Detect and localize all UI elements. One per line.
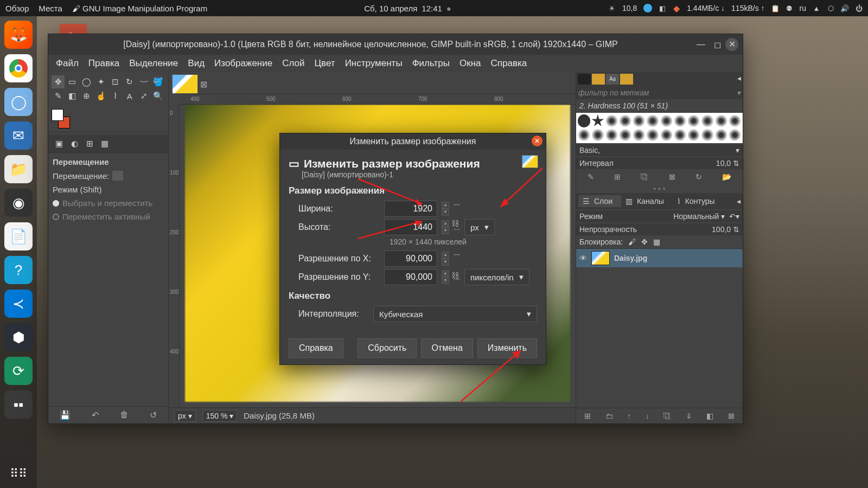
layer-mask-icon[interactable]: ◧ bbox=[706, 412, 713, 420]
tool-zoom[interactable]: 🔍 bbox=[152, 89, 165, 102]
accessibility-icon[interactable]: ⚉ bbox=[786, 4, 793, 12]
bluetooth-icon[interactable]: ⬡ bbox=[827, 4, 834, 12]
dialog-close-button[interactable]: ✕ bbox=[532, 136, 542, 146]
menu-help[interactable]: Справка bbox=[487, 56, 530, 71]
brush-new-icon[interactable]: ⊞ bbox=[614, 172, 621, 181]
tray-cube-icon[interactable]: ◆ bbox=[673, 4, 680, 12]
tool-fuzzy-select[interactable]: ✦ bbox=[94, 75, 107, 88]
tool-path[interactable]: ⌇ bbox=[109, 89, 122, 102]
rp-tab-menu-icon[interactable]: ◂ bbox=[737, 74, 741, 85]
dock-chrome[interactable] bbox=[4, 54, 33, 82]
dock-vscode[interactable]: ≺ bbox=[4, 290, 33, 318]
res-unit-select[interactable]: пикселов/in▾ bbox=[464, 269, 529, 285]
ruler-horizontal[interactable]: 400500600700800 bbox=[180, 94, 576, 105]
weather-icon[interactable]: ☀ bbox=[608, 4, 616, 12]
image-tab[interactable]: ⊠ bbox=[172, 74, 198, 94]
toolopt-tab-icon2[interactable]: ◐ bbox=[68, 137, 81, 150]
brush-edit-icon[interactable]: ✎ bbox=[588, 172, 594, 181]
layer-new-icon[interactable]: ⊞ bbox=[584, 412, 591, 420]
toolopt-delete-icon[interactable]: 🗑 bbox=[120, 410, 129, 420]
toolopt-tab-icon[interactable]: ▣ bbox=[53, 137, 66, 150]
menu-windows[interactable]: Окна bbox=[456, 56, 484, 71]
move-path-icon[interactable] bbox=[141, 171, 151, 181]
layer-del-icon[interactable]: ⊠ bbox=[728, 412, 735, 420]
height-input[interactable] bbox=[384, 219, 437, 235]
tool-crop[interactable]: ⊡ bbox=[109, 75, 122, 88]
fg-color[interactable] bbox=[52, 109, 63, 121]
rp-tab-brushes[interactable] bbox=[578, 74, 591, 85]
tool-picker[interactable]: ⤢ bbox=[137, 89, 150, 102]
rp-tab-fonts[interactable]: Aa bbox=[606, 74, 619, 85]
tray-indicator-icon[interactable]: ◧ bbox=[659, 4, 666, 12]
brush-grid[interactable] bbox=[576, 113, 743, 143]
tool-pencil[interactable]: ✎ bbox=[52, 89, 65, 102]
resy-spinner[interactable]: ▴▾ bbox=[442, 270, 449, 284]
power-icon[interactable]: ⏻ bbox=[855, 4, 863, 12]
layer-down-icon[interactable]: ↓ bbox=[646, 412, 649, 420]
tab-layers[interactable]: ☰Слои bbox=[578, 195, 621, 207]
dock-libreoffice[interactable]: 📄 bbox=[4, 222, 33, 251]
toolopt-tab-icon4[interactable]: ▦ bbox=[98, 137, 111, 150]
menu-select[interactable]: Выделение bbox=[126, 56, 181, 71]
resx-spinner[interactable]: ▴▾ bbox=[442, 252, 449, 266]
move-layer-icon[interactable] bbox=[112, 171, 123, 181]
layer-item[interactable]: 👁 Daisy.jpg bbox=[576, 249, 743, 267]
toolopt-tab-icon3[interactable]: ⊞ bbox=[83, 137, 96, 150]
date-label[interactable]: Сб, 10 апреля bbox=[364, 4, 417, 13]
dock-terminal[interactable]: ▪▪ bbox=[4, 390, 33, 419]
brush-preset-select[interactable]: Basic,▾ bbox=[576, 144, 743, 156]
move-sel-icon[interactable] bbox=[126, 171, 137, 181]
tray-sync-icon[interactable] bbox=[643, 4, 652, 12]
menu-image[interactable]: Изображение bbox=[211, 56, 276, 71]
tool-warp[interactable]: 〰 bbox=[137, 75, 150, 88]
dock-help[interactable]: ? bbox=[4, 256, 33, 284]
lock-pixels-icon[interactable]: 🖌 bbox=[628, 237, 636, 246]
lock-position-icon[interactable]: ✥ bbox=[641, 237, 648, 246]
dock-thunderbird[interactable]: ✉ bbox=[4, 121, 33, 150]
brush-interval-field[interactable]: Интервал10,0 ⇅ bbox=[576, 157, 743, 169]
dock-files[interactable]: 📁 bbox=[4, 155, 33, 183]
ruler-vertical[interactable]: 0100200300400 bbox=[169, 105, 180, 407]
toolopt-save-icon[interactable]: 💾 bbox=[60, 410, 71, 420]
tool-clone[interactable]: ⊕ bbox=[80, 89, 93, 102]
menu-view[interactable]: Вид bbox=[184, 56, 208, 71]
menu-edit[interactable]: Правка bbox=[85, 56, 123, 71]
tool-rotate[interactable]: ↻ bbox=[123, 75, 136, 88]
toolopt-restore-icon[interactable]: ↶ bbox=[92, 410, 99, 420]
tool-text[interactable]: A bbox=[123, 89, 136, 102]
menu-colors[interactable]: Цвет bbox=[311, 56, 339, 71]
dialog-titlebar[interactable]: Изменить размер изображения ✕ bbox=[280, 133, 546, 150]
resy-input[interactable] bbox=[384, 269, 437, 285]
radio-active[interactable] bbox=[53, 214, 59, 220]
radio-pick[interactable] bbox=[53, 200, 59, 207]
layer-opacity-field[interactable]: Непрозрачность100,0 ⇅ bbox=[576, 223, 743, 235]
tool-rect-select[interactable]: ▭ bbox=[66, 75, 79, 88]
network-icon[interactable]: ▲ bbox=[813, 4, 820, 12]
rp-tab-patterns[interactable] bbox=[592, 74, 605, 85]
cancel-button[interactable]: Отмена bbox=[421, 338, 473, 358]
places-menu[interactable]: Места bbox=[39, 4, 62, 13]
tab-channels[interactable]: ▥Каналы bbox=[621, 195, 673, 207]
res-chain-icon[interactable]: ⛓ bbox=[450, 271, 460, 280]
dock-app-green[interactable]: ⟳ bbox=[4, 357, 33, 385]
width-input[interactable] bbox=[384, 201, 437, 217]
dock-virtualbox[interactable]: ⬢ bbox=[4, 323, 33, 351]
menu-file[interactable]: Файл bbox=[53, 56, 82, 71]
close-button[interactable]: ✕ bbox=[725, 38, 738, 51]
dock-show-apps[interactable]: ⠿⠿ bbox=[4, 460, 33, 488]
menu-layer[interactable]: Слой bbox=[279, 56, 308, 71]
activities-button[interactable]: Обзор bbox=[5, 4, 29, 13]
layers-menu-icon[interactable]: ◂ bbox=[732, 195, 743, 207]
brush-del-icon[interactable]: ⊠ bbox=[669, 172, 675, 181]
brush-dup-icon[interactable]: ⿻ bbox=[641, 172, 648, 181]
layer-name[interactable]: Daisy.jpg bbox=[614, 254, 647, 262]
tool-move[interactable]: ✥ bbox=[52, 75, 65, 88]
tab-paths[interactable]: ⌇Контуры bbox=[673, 195, 724, 207]
app-menu[interactable]: 🖌 GNU Image Manipulation Program bbox=[72, 4, 207, 13]
dock-rhythmbox[interactable]: ◉ bbox=[4, 189, 33, 217]
interp-select[interactable]: Кубическая▾ bbox=[373, 306, 537, 322]
color-swatch[interactable] bbox=[52, 109, 73, 129]
scale-button[interactable]: Изменить bbox=[477, 338, 537, 358]
layer-group-icon[interactable]: 🗀 bbox=[605, 412, 613, 420]
size-unit-select[interactable]: px▾ bbox=[464, 219, 495, 235]
